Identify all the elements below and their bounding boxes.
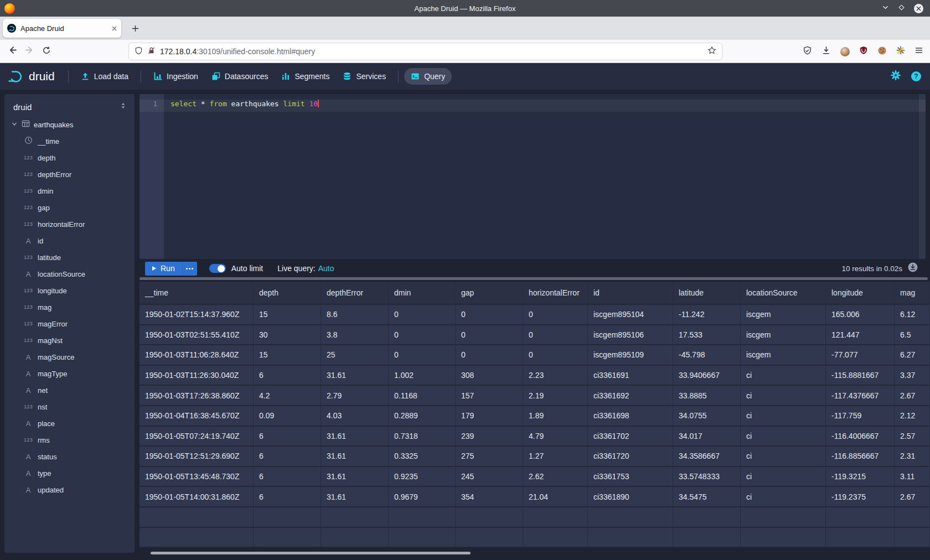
sidebar-column-type[interactable]: Atype — [4, 465, 135, 481]
sidebar-column-updated[interactable]: Aupdated — [4, 481, 135, 498]
cell[interactable]: 34.5475 — [673, 487, 741, 507]
cell[interactable]: ci — [741, 366, 826, 386]
cell[interactable]: 15 — [254, 345, 321, 366]
nav-item-segments[interactable]: Segments — [275, 68, 336, 85]
sidebar-column-__time[interactable]: __time — [4, 133, 135, 149]
cell[interactable]: 2.62 — [523, 467, 588, 488]
cell[interactable]: 0 — [389, 345, 456, 366]
cell[interactable]: -116.4006667 — [826, 427, 895, 447]
schema-sort-icon[interactable] — [120, 102, 127, 112]
cell[interactable]: 0 — [456, 305, 523, 325]
cell[interactable]: -116.8856667 — [826, 447, 895, 467]
cell[interactable]: 2.19 — [523, 386, 588, 406]
sparkle-extension-icon[interactable] — [896, 46, 905, 57]
insecure-lock-icon[interactable] — [147, 46, 156, 57]
cell[interactable]: 6 — [254, 447, 321, 467]
druid-brand[interactable]: druid — [0, 69, 63, 84]
cell[interactable]: 1950-01-03T02:51:55.410Z — [140, 325, 254, 346]
cell[interactable]: -11.242 — [673, 305, 741, 325]
cell[interactable]: 1.89 — [523, 406, 588, 427]
sidebar-column-id[interactable]: Aid — [4, 232, 135, 249]
cell[interactable]: 0.9235 — [389, 467, 456, 488]
new-tab-button[interactable] — [127, 20, 143, 37]
sidebar-column-depthError[interactable]: 123depthError — [4, 166, 135, 183]
sidebar-column-locationSource[interactable]: AlocationSource — [4, 266, 135, 282]
editor-scrollbar[interactable] — [919, 94, 926, 259]
cell[interactable]: 0.2889 — [389, 406, 456, 427]
cell[interactable]: 179 — [456, 406, 523, 427]
cell[interactable]: 3.8 — [321, 325, 389, 346]
cell[interactable]: 0 — [523, 305, 588, 325]
cell[interactable]: 0.1168 — [389, 386, 456, 406]
nav-item-datasources[interactable]: Datasources — [205, 68, 275, 85]
cell[interactable]: 1.27 — [523, 447, 588, 467]
cell[interactable]: 31.61 — [321, 447, 389, 467]
cell[interactable]: 2.23 — [523, 366, 588, 386]
sidebar-column-magError[interactable]: 123magError — [4, 315, 135, 332]
sidebar-column-mag[interactable]: 123mag — [4, 299, 135, 315]
sidebar-column-depth[interactable]: 123depth — [4, 149, 135, 166]
cell[interactable]: 6.12 — [895, 305, 930, 325]
tracking-shield-icon[interactable] — [135, 46, 143, 57]
cell[interactable]: ci — [741, 386, 826, 406]
cell[interactable]: -45.798 — [673, 345, 741, 366]
live-query-value[interactable]: Auto — [318, 264, 334, 273]
cell[interactable]: 165.006 — [826, 305, 895, 325]
cell[interactable]: 1950-01-02T15:14:37.960Z — [140, 305, 254, 325]
tab-close-icon[interactable] — [112, 23, 117, 33]
cell[interactable]: 0 — [389, 305, 456, 325]
cell[interactable]: 31.61 — [321, 467, 389, 488]
cell[interactable]: 21.04 — [523, 487, 588, 507]
cell[interactable]: ci — [741, 406, 826, 427]
cell[interactable]: 1.002 — [389, 366, 456, 386]
nav-item-query[interactable]: Query — [404, 68, 452, 85]
cell[interactable]: ci3361692 — [588, 386, 673, 406]
cell[interactable]: 0 — [456, 325, 523, 346]
cookie-extension-icon[interactable] — [877, 46, 887, 58]
ublock-origin-icon[interactable] — [859, 46, 868, 57]
cell[interactable]: 1950-01-05T07:24:19.740Z — [140, 427, 254, 447]
cell[interactable]: 0 — [523, 345, 588, 366]
cell[interactable]: 33.5748333 — [673, 467, 741, 488]
cell[interactable]: 6 — [254, 427, 321, 447]
cell[interactable]: 3.37 — [895, 366, 930, 386]
cell[interactable]: -119.2375 — [826, 487, 895, 507]
cell[interactable]: 31.61 — [321, 366, 389, 386]
cell[interactable]: 275 — [456, 447, 523, 467]
sidebar-column-status[interactable]: Astatus — [4, 448, 135, 465]
cell[interactable]: -117.4376667 — [826, 386, 895, 406]
sidebar-column-longitude[interactable]: 123longitude — [4, 282, 135, 299]
cell[interactable]: 2.67 — [895, 386, 930, 406]
cell[interactable]: 1950-01-03T11:06:28.640Z — [140, 345, 254, 366]
cell[interactable]: 30 — [254, 325, 321, 346]
cell[interactable]: 6 — [254, 467, 321, 488]
cell[interactable]: 1950-01-03T11:26:30.040Z — [140, 366, 254, 386]
browser-tab[interactable]: Apache Druid — [3, 19, 121, 38]
header-cell-depthError[interactable]: depthError — [321, 282, 389, 305]
cell[interactable]: ci — [741, 427, 826, 447]
cell[interactable]: iscgem — [741, 325, 826, 346]
run-button[interactable]: Run — [145, 262, 182, 276]
cell[interactable]: 0.3325 — [389, 447, 456, 467]
header-cell-__time[interactable]: __time — [140, 282, 254, 305]
header-cell-gap[interactable]: gap — [456, 282, 523, 305]
cell[interactable]: 1950-01-05T14:00:31.860Z — [140, 487, 254, 507]
cell[interactable]: 4.2 — [254, 386, 321, 406]
bookmark-star-icon[interactable] — [707, 46, 716, 57]
cell[interactable]: 4.03 — [321, 406, 389, 427]
cell[interactable]: 2.57 — [895, 427, 930, 447]
cell[interactable]: 0 — [389, 325, 456, 346]
cell[interactable]: 2.31 — [895, 447, 930, 467]
cell[interactable]: 308 — [456, 366, 523, 386]
cell[interactable]: iscgem895109 — [588, 345, 673, 366]
cell[interactable]: 8.6 — [321, 305, 389, 325]
pane-resize-handle[interactable] — [140, 277, 928, 280]
auto-limit-toggle[interactable] — [209, 264, 226, 273]
cell[interactable]: ci — [741, 487, 826, 507]
sidebar-column-net[interactable]: Anet — [4, 382, 135, 398]
forward-button[interactable] — [25, 45, 34, 57]
header-cell-latitude[interactable]: latitude — [673, 282, 741, 305]
reload-button[interactable] — [42, 46, 51, 57]
query-text[interactable]: select * from earthquakes limit 10 — [170, 100, 319, 112]
cell[interactable]: -117.759 — [826, 406, 895, 427]
